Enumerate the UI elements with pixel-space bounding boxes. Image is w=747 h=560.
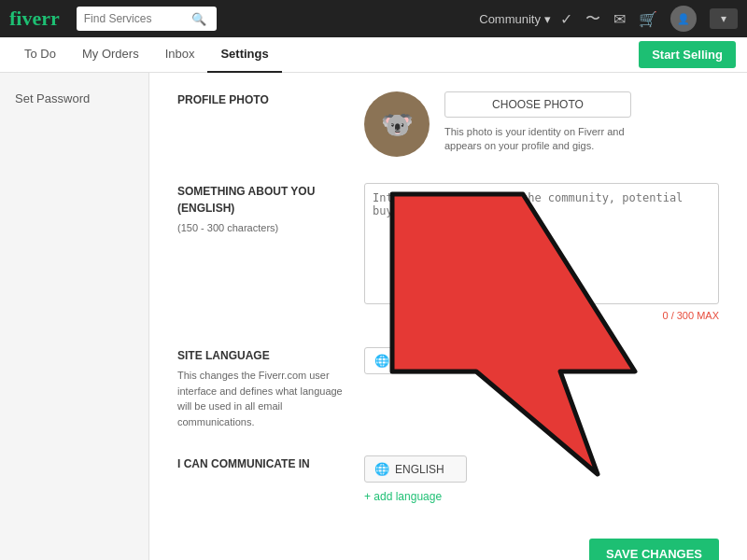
sub-navigation: To Do My Orders Inbox Settings Start Sel… (0, 37, 747, 73)
search-icon: 🔍 (191, 12, 206, 26)
profile-photo-row: PROFILE PHOTO 🐨 CHOOSE PHOTO This photo … (177, 91, 719, 157)
communicate-label: I CAN COMMUNICATE IN (177, 455, 345, 472)
save-changes-button[interactable]: SAVE CHANGES (589, 539, 719, 560)
top-navigation: fiverr 🔍 Community ▾ ✓ 〜 ✉ 🛒 👤 ▾ (0, 0, 747, 37)
envelope-icon[interactable]: ✉ (613, 10, 626, 28)
trending-icon[interactable]: 〜 (585, 9, 600, 29)
fiverr-logo: fiverr (9, 7, 60, 31)
communicate-content: 🌐 ENGLISH + add language (364, 455, 719, 503)
nav-account-menu[interactable]: ▾ (710, 8, 738, 29)
start-selling-button[interactable]: Start Selling (639, 41, 736, 68)
sidebar-item-set-password[interactable]: Set Password (0, 86, 148, 111)
about-label: SOMETHING ABOUT YOU (English) (177, 183, 345, 217)
profile-photo-content: 🐨 CHOOSE PHOTO This photo is your identi… (364, 91, 719, 157)
settings-tab[interactable]: Settings (207, 37, 281, 73)
site-language-value: ENGLISH (395, 355, 444, 368)
sidebar: Set Password (0, 73, 149, 560)
avatar[interactable]: 👤 (670, 6, 697, 32)
globe-icon: 🌐 (374, 354, 389, 368)
search-input[interactable] (84, 12, 191, 25)
profile-photo-label-col: PROFILE PHOTO (177, 91, 364, 108)
choose-photo-button[interactable]: CHOOSE PHOTO (444, 91, 631, 118)
site-language-row: SITE LANGUAGE This changes the Fiverr.co… (177, 347, 719, 429)
about-you-row: SOMETHING ABOUT YOU (English) (150 - 300… (177, 183, 719, 321)
site-language-content: 🌐 ENGLISH (364, 347, 719, 374)
about-content: 0 / 300 MAX (364, 183, 719, 321)
communicate-language-value: ENGLISH (395, 463, 444, 476)
chevron-down-icon: ▾ (544, 12, 551, 26)
save-row: SAVE CHANGES (177, 529, 719, 560)
about-sublabel: (150 - 300 characters) (177, 220, 345, 236)
photo-description: This photo is your identity on Fiverr an… (444, 125, 631, 154)
add-language-link[interactable]: + add language (364, 490, 719, 503)
checkmark-icon[interactable]: ✓ (560, 10, 572, 28)
settings-content: PROFILE PHOTO 🐨 CHOOSE PHOTO This photo … (149, 73, 747, 560)
inbox-tab[interactable]: Inbox (152, 37, 208, 73)
about-label-col: SOMETHING ABOUT YOU (English) (150 - 300… (177, 183, 364, 236)
community-menu[interactable]: Community ▾ (479, 12, 551, 26)
site-language-label-col: SITE LANGUAGE This changes the Fiverr.co… (177, 347, 364, 429)
main-layout: Set Password PROFILE PHOTO 🐨 CHOOSE PHOT… (0, 73, 747, 560)
nav-icons: ✓ 〜 ✉ 🛒 👤 ▾ (560, 6, 738, 32)
profile-avatar: 🐨 (364, 91, 430, 157)
search-box[interactable]: 🔍 (77, 7, 217, 31)
my-orders-tab[interactable]: My Orders (69, 37, 152, 73)
communicate-label-col: I CAN COMMUNICATE IN (177, 455, 364, 472)
site-language-label: SITE LANGUAGE (177, 347, 345, 364)
site-language-desc: This changes the Fiverr.com user interfa… (177, 368, 345, 429)
photo-info: CHOOSE PHOTO This photo is your identity… (444, 91, 631, 154)
profile-photo-area: 🐨 CHOOSE PHOTO This photo is your identi… (364, 91, 719, 157)
site-language-select[interactable]: 🌐 ENGLISH (364, 347, 495, 374)
bio-textarea[interactable] (364, 183, 719, 304)
communicate-globe-icon: 🌐 (374, 462, 389, 476)
community-label: Community (479, 12, 541, 26)
cart-icon[interactable]: 🛒 (639, 10, 657, 28)
communicate-row: I CAN COMMUNICATE IN 🌐 ENGLISH + add lan… (177, 455, 719, 503)
profile-photo-label: PROFILE PHOTO (177, 91, 345, 108)
communicate-language-select[interactable]: 🌐 ENGLISH (364, 455, 467, 483)
char-count: 0 / 300 MAX (364, 310, 719, 321)
todo-tab[interactable]: To Do (11, 37, 69, 73)
